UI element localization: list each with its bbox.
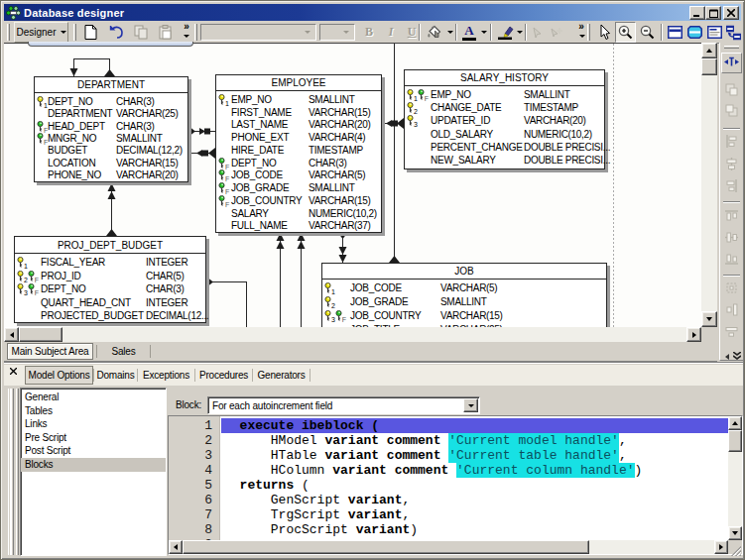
align-left-button[interactable] xyxy=(721,132,742,153)
panel-tab-exceptions[interactable]: Exceptions xyxy=(138,366,194,385)
diagram-canvas[interactable]: DEPARTMENT 1 DEPT_NO CHAR(3) DEPARTMENT … xyxy=(4,43,701,327)
code-editor[interactable]: 123456789 execute ibeblock ( HModel vari… xyxy=(168,415,743,555)
diagram-tab-sales[interactable]: Sales xyxy=(100,343,147,360)
er-field-row[interactable]: PHONE_NO VARCHAR(20) xyxy=(35,169,187,181)
font-color-button[interactable]: A xyxy=(458,22,480,43)
scroll-left-button[interactable] xyxy=(169,540,183,554)
bold-button-disabled[interactable]: B xyxy=(359,22,379,43)
fill-color-dropdown[interactable] xyxy=(444,22,456,43)
panel-close-button[interactable] xyxy=(7,365,19,377)
new-table-button[interactable] xyxy=(665,22,684,43)
panel-tab-generators[interactable]: Generators xyxy=(253,366,310,385)
er-field-row[interactable]: FIRST_NAME VARCHAR(15) xyxy=(216,106,381,119)
er-table-job[interactable]: JOB 1 JOB_CODE VARCHAR(5) 2 JOB_GRADE SM… xyxy=(321,263,607,327)
editor-vertical-scrollbar[interactable] xyxy=(728,416,742,540)
er-field-row[interactable]: QUART_HEAD_CNT INTEGER xyxy=(15,296,205,310)
code-line-3[interactable]: HTable variant comment 'Current table ha… xyxy=(221,448,728,463)
er-field-row[interactable]: FULL_NAME VARCHAR(37) xyxy=(216,220,381,233)
window-resize-grip[interactable] xyxy=(727,542,741,556)
er-field-row[interactable]: 1 F EMP_NO SMALLINT xyxy=(405,88,604,101)
er-field-row[interactable]: 3 F DEPT_NO CHAR(3) xyxy=(15,282,205,296)
close-button[interactable] xyxy=(723,6,739,20)
er-table-proj_dept_budget[interactable]: PROJ_DEPT_BUDGET 1 FISCAL_YEAR INTEGER 2… xyxy=(14,236,206,323)
italic-button-disabled[interactable]: I xyxy=(381,22,401,43)
toolbar-scroll-left-button[interactable] xyxy=(722,352,732,361)
scroll-up-button[interactable] xyxy=(701,43,717,58)
er-field-row[interactable]: 1 EMP_NO SMALLINT xyxy=(216,93,381,106)
canvas-vertical-scrollbar[interactable] xyxy=(701,43,717,327)
code-line-6[interactable]: GenScript variant, xyxy=(221,493,728,507)
zoom-out-tool-button[interactable] xyxy=(637,22,658,43)
toolbar-grip[interactable] xyxy=(7,24,10,41)
align-bottom-button[interactable] xyxy=(721,250,742,271)
code-line-4[interactable]: HColumn variant comment 'Current column … xyxy=(221,463,728,478)
vertical-scroll-thumb[interactable] xyxy=(701,58,717,75)
add-point-button-disabled[interactable] xyxy=(548,22,565,43)
er-field-row[interactable]: LOCATION VARCHAR(15) xyxy=(35,157,187,168)
er-field-row[interactable]: PROJECTED_BUDGET DECIMAL(12... xyxy=(15,309,205,323)
copy-button-disabled[interactable] xyxy=(130,22,152,43)
options-listbox[interactable]: GeneralTablesLinksPre ScriptPost ScriptB… xyxy=(20,388,167,556)
new-diagram-button[interactable] xyxy=(79,22,101,43)
er-field-row[interactable]: F JOB_COUNTRY VARCHAR(15) xyxy=(216,194,381,207)
font-color-dropdown[interactable] xyxy=(478,22,490,43)
new-entity-button[interactable] xyxy=(684,22,704,43)
highlight-color-dropdown[interactable] xyxy=(514,22,526,43)
editor-code[interactable]: execute ibeblock ( HModel variant commen… xyxy=(221,416,728,542)
toolbar-grip[interactable] xyxy=(587,24,590,41)
er-field-row[interactable]: 3 F JOB_COUNTRY VARCHAR(15) xyxy=(322,309,606,323)
auto-layout-button[interactable] xyxy=(723,22,743,43)
er-field-row[interactable]: PERCENT_CHANGE DOUBLE PRECISI... xyxy=(405,141,604,154)
er-table-employee[interactable]: EMPLOYEE 1 EMP_NO SMALLINT FIRST_NAME VA… xyxy=(215,74,382,233)
code-line-2[interactable]: HModel variant comment 'Current model ha… xyxy=(221,433,728,448)
font-family-combo[interactable] xyxy=(200,24,316,41)
scroll-up-button[interactable] xyxy=(728,416,742,430)
align-top-button[interactable] xyxy=(721,206,742,227)
align-center-horizontal-button[interactable] xyxy=(721,155,742,175)
align-right-button[interactable] xyxy=(721,176,742,197)
paste-button-disabled[interactable] xyxy=(154,22,176,43)
panel-tab-procedures[interactable]: Procedures xyxy=(195,366,252,385)
code-line-1[interactable]: execute ibeblock ( xyxy=(221,418,728,433)
er-field-row[interactable]: NEW_SALARY DOUBLE PRECISI... xyxy=(405,154,604,167)
toolbar-overflow-button[interactable]: » xyxy=(574,23,587,42)
er-field-row[interactable]: DEPARTMENT VARCHAR(25) xyxy=(35,107,187,119)
toolbar-overflow-button[interactable]: » xyxy=(180,23,192,42)
er-field-row[interactable]: F HEAD_DEPT CHAR(3) xyxy=(35,120,187,132)
code-line-7[interactable]: TrgScript variant, xyxy=(221,507,728,522)
block-combobox-dropdown[interactable] xyxy=(463,398,478,412)
highlight-color-button[interactable] xyxy=(494,22,516,43)
er-field-row[interactable]: 3 UPDATER_ID VARCHAR(20) xyxy=(405,114,604,127)
er-field-row[interactable]: F JOB_GRADE SMALLINT xyxy=(216,181,381,194)
scroll-right-button[interactable] xyxy=(686,327,701,342)
minimize-button[interactable] xyxy=(689,6,705,20)
scroll-down-button[interactable] xyxy=(701,311,717,327)
scroll-left-button[interactable] xyxy=(4,327,19,342)
code-line-8[interactable]: ProcScript variant) xyxy=(221,522,728,537)
er-field-row[interactable]: F JOB_CODE VARCHAR(5) xyxy=(216,169,381,182)
title-bar[interactable]: Database designer xyxy=(4,4,741,21)
horizontal-scroll-thumb[interactable] xyxy=(19,327,62,342)
er-field-row[interactable]: HIRE_DATE TIMESTAMP xyxy=(216,144,381,157)
er-table-salary_history[interactable]: SALARY_HISTORY 1 F EMP_NO SMALLINT 2 CHA… xyxy=(404,69,605,169)
er-field-row[interactable]: PHONE_EXT VARCHAR(4) xyxy=(216,131,381,144)
panel-tab-model-options[interactable]: Model Options xyxy=(25,366,93,385)
er-field-row[interactable]: F DEPT_NO CHAR(3) xyxy=(216,157,381,169)
rotate-handle-button-disabled[interactable] xyxy=(529,22,547,43)
code-line-5[interactable]: returns ( xyxy=(221,478,728,493)
er-field-row[interactable]: LAST_NAME VARCHAR(20) xyxy=(216,119,381,132)
bring-to-front-button[interactable] xyxy=(721,80,742,101)
font-size-combo[interactable] xyxy=(319,24,355,41)
er-field-row[interactable]: SALARY NUMERIC(10,2) xyxy=(216,207,381,220)
er-field-row[interactable]: BUDGET DECIMAL(12,2) xyxy=(35,145,187,157)
make-same-height-button[interactable] xyxy=(721,300,742,321)
panel-tab-domains[interactable]: Domains xyxy=(94,366,137,385)
make-same-size-button[interactable] xyxy=(721,279,742,299)
list-item-pre-script[interactable]: Pre Script xyxy=(21,431,166,445)
toolbar-grip[interactable] xyxy=(73,24,76,41)
er-field-row[interactable]: 1 DEPT_NO CHAR(3) xyxy=(35,95,187,107)
horizontal-scroll-thumb[interactable] xyxy=(183,540,589,554)
list-item-tables[interactable]: Tables xyxy=(21,404,166,418)
make-same-width-button[interactable] xyxy=(721,322,742,343)
list-item-general[interactable]: General xyxy=(21,391,166,404)
